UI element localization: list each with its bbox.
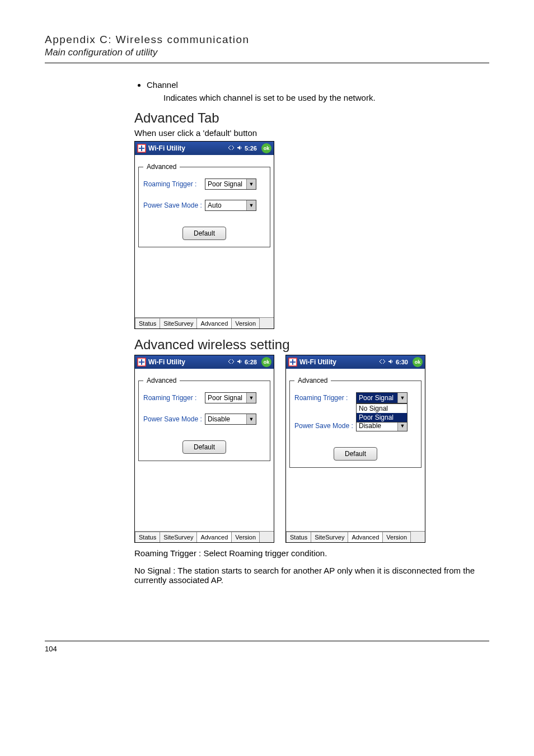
tab-sitesurvey[interactable]: SiteSurvey	[160, 532, 197, 542]
ok-button[interactable]: ok	[413, 357, 423, 367]
clock-time: 6:28	[245, 359, 257, 365]
roaming-trigger-dropdown: No Signal Poor Signal	[356, 403, 407, 422]
power-save-value: Auto	[208, 201, 222, 209]
default-button[interactable]: Default	[182, 440, 226, 454]
roaming-trigger-description: Roaming Trigger : Select Roaming trigger…	[134, 548, 489, 558]
advanced-fieldset: Advanced Roaming Trigger : Poor Signal ▼…	[138, 163, 270, 247]
advanced-tab-heading: Advanced Tab	[134, 110, 489, 126]
tab-version[interactable]: Version	[231, 532, 260, 542]
appendix-title: Appendix C: Wireless communication	[45, 34, 489, 46]
power-save-select[interactable]: Auto ▼	[205, 200, 256, 211]
connectivity-icon	[228, 145, 235, 152]
speaker-icon	[388, 359, 394, 365]
app-icon	[137, 144, 146, 153]
roaming-trigger-label: Roaming Trigger :	[294, 394, 356, 402]
tab-bar: Status SiteSurvey Advanced Version	[286, 531, 425, 542]
connectivity-icon	[228, 359, 235, 365]
tab-bar: Status SiteSurvey Advanced Version	[135, 317, 274, 328]
speaker-icon	[237, 359, 242, 365]
tab-advanced[interactable]: Advanced	[196, 318, 232, 328]
ok-button[interactable]: ok	[261, 143, 271, 153]
advanced-fieldset: Advanced Roaming Trigger : Poor Signal ▼…	[289, 377, 421, 468]
roaming-trigger-value: Poor Signal	[208, 180, 242, 188]
tab-advanced[interactable]: Advanced	[348, 532, 383, 542]
chevron-down-icon: ▼	[397, 393, 407, 403]
power-save-label: Power Save Mode :	[143, 415, 205, 423]
app-icon	[288, 358, 297, 367]
tab-status[interactable]: Status	[286, 532, 311, 542]
wifi-screenshot-2: Wi-Fi Utility 6:28 ok Advanced Roaming T…	[134, 355, 274, 543]
default-button[interactable]: Default	[182, 227, 226, 240]
roaming-trigger-label: Roaming Trigger :	[143, 180, 205, 188]
roaming-trigger-value: Poor Signal	[208, 394, 242, 402]
power-save-label: Power Save Mode :	[294, 422, 356, 430]
advanced-wireless-heading: Advanced wireless setting	[134, 337, 489, 353]
header-divider	[45, 63, 489, 63]
bullet-channel-desc: Indicates which channel is set to be use…	[163, 93, 489, 102]
chevron-down-icon: ▼	[246, 414, 256, 424]
tab-status[interactable]: Status	[135, 532, 160, 542]
app-icon	[137, 358, 146, 367]
option-poor-signal[interactable]: Poor Signal	[357, 413, 407, 422]
bullet-channel-title: Channel	[147, 80, 178, 90]
titlebar: Wi-Fi Utility 6:28 ok	[135, 355, 274, 369]
power-save-value: Disable	[208, 415, 230, 423]
tab-sitesurvey[interactable]: SiteSurvey	[311, 532, 348, 542]
app-title: Wi-Fi Utility	[148, 144, 185, 152]
power-save-label: Power Save Mode :	[143, 201, 205, 209]
option-no-signal[interactable]: No Signal	[357, 404, 407, 413]
fieldset-legend: Advanced	[143, 377, 180, 384]
app-title: Wi-Fi Utility	[148, 358, 185, 366]
ok-button[interactable]: ok	[261, 357, 271, 367]
power-save-value: Disable	[359, 422, 381, 430]
no-signal-description: No Signal : The station starts to search…	[134, 566, 489, 585]
tab-advanced[interactable]: Advanced	[196, 532, 232, 542]
clock-time: 5:26	[245, 145, 257, 152]
roaming-trigger-label: Roaming Trigger :	[143, 394, 205, 402]
titlebar: Wi-Fi Utility 5:26 ok	[135, 142, 274, 155]
app-title: Wi-Fi Utility	[299, 358, 336, 366]
default-button[interactable]: Default	[334, 447, 377, 461]
connectivity-icon	[379, 359, 386, 365]
tab-bar: Status SiteSurvey Advanced Version	[135, 531, 274, 542]
wifi-screenshot-3: Wi-Fi Utility 6:30 ok Advanced Roaming T…	[285, 355, 425, 543]
roaming-trigger-select[interactable]: Poor Signal ▼	[205, 392, 256, 403]
tab-status[interactable]: Status	[135, 318, 160, 328]
power-save-select[interactable]: Disable ▼	[205, 414, 256, 425]
chevron-down-icon: ▼	[246, 393, 256, 403]
wifi-screenshot-1: Wi-Fi Utility 5:26 ok Advanced Roaming T…	[134, 141, 274, 329]
tab-version[interactable]: Version	[382, 532, 411, 542]
advanced-tab-desc: When user click a 'default' button	[134, 128, 489, 138]
chevron-down-icon: ▼	[246, 179, 256, 189]
tab-sitesurvey[interactable]: SiteSurvey	[160, 318, 197, 328]
fieldset-legend: Advanced	[294, 377, 331, 384]
advanced-fieldset: Advanced Roaming Trigger : Poor Signal ▼…	[138, 377, 270, 461]
chevron-down-icon: ▼	[246, 200, 256, 210]
titlebar: Wi-Fi Utility 6:30 ok	[286, 355, 425, 369]
tab-version[interactable]: Version	[231, 318, 260, 328]
appendix-subtitle: Main configuration of utility	[45, 47, 489, 58]
roaming-trigger-select[interactable]: Poor Signal ▼	[356, 392, 407, 403]
roaming-trigger-select[interactable]: Poor Signal ▼	[205, 179, 256, 190]
roaming-trigger-value: Poor Signal	[359, 394, 394, 402]
clock-time: 6:30	[396, 359, 408, 365]
speaker-icon	[237, 145, 242, 152]
fieldset-legend: Advanced	[143, 163, 180, 171]
page-number: 104	[45, 645, 57, 653]
